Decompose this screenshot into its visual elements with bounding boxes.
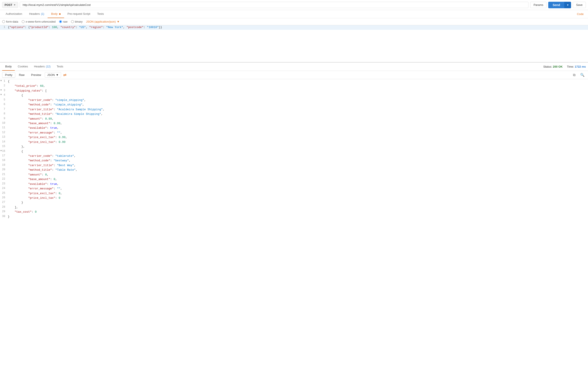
send-button-group: Send ▼: [548, 2, 571, 8]
resp-line-num-22: 22: [0, 177, 8, 181]
resp-line-num-27: 27: [0, 200, 8, 205]
resp-line-content-16: {: [8, 149, 588, 154]
resp-line-num-15: 15: [0, 144, 8, 149]
resp-line-29: 29 "tax_cost": 0: [0, 210, 588, 214]
binary-option[interactable]: binary: [71, 20, 83, 23]
format-chevron-icon: ▼: [56, 73, 59, 77]
body-dot: [59, 13, 61, 15]
resp-line-3: ▼3 "shipping_rates": [: [0, 89, 588, 93]
resp-line-20: 20 "method_title": "Table Rate",: [0, 168, 588, 172]
urlencoded-option[interactable]: x-www-form-urlencoded: [22, 20, 56, 23]
resp-line-15: 15 },: [0, 144, 588, 149]
params-button[interactable]: Params: [530, 2, 546, 8]
fold-arrow-1[interactable]: ▼: [0, 79, 2, 83]
request-code-editor[interactable]: 1 {"options": {"productId": 100, "countr…: [0, 25, 588, 62]
resp-line-content-1: {: [8, 79, 588, 84]
wrap-icon[interactable]: ⇌: [63, 73, 66, 77]
resp-line-num-4: ▼4: [0, 93, 8, 97]
resp-line-11: 11 "available": true,: [0, 126, 588, 130]
fold-arrow-16[interactable]: ▼: [0, 149, 2, 153]
resp-line-num-12: 12: [0, 131, 8, 135]
headers-badge: (1): [41, 12, 44, 15]
json-type-dropdown[interactable]: JSON (application/json) ▼: [86, 20, 120, 23]
form-data-option[interactable]: form-data: [2, 20, 18, 23]
resp-line-content-19: "carrier_title": "Best Way",: [8, 163, 588, 168]
resp-line-num-18: 18: [0, 158, 8, 163]
resp-line-27: 27 }: [0, 200, 588, 205]
resp-tab-headers[interactable]: Headers (12): [31, 63, 54, 71]
url-input[interactable]: [20, 2, 528, 8]
tab-headers[interactable]: Headers (1): [26, 10, 48, 18]
pretty-view-button[interactable]: Pretty: [2, 72, 15, 78]
response-header: Body Cookies Headers (12) Tests Status: …: [0, 63, 588, 71]
resp-tab-body[interactable]: Body: [2, 63, 15, 71]
json-type-label: JSON (application/json): [86, 20, 116, 23]
tab-tests[interactable]: Tests: [94, 10, 107, 18]
response-section: Body Cookies Headers (12) Tests Status: …: [0, 62, 588, 219]
resp-line-content-13: "price_excl_tax": 0.99,: [8, 135, 588, 140]
resp-headers-badge: (12): [46, 65, 50, 68]
tab-body[interactable]: Body: [48, 10, 64, 18]
save-button[interactable]: Save: [573, 2, 586, 8]
fold-arrow-4[interactable]: ▼: [0, 93, 2, 97]
resp-tab-cookies[interactable]: Cookies: [15, 63, 31, 71]
resp-line-num-28: 28: [0, 205, 8, 209]
resp-line-1: ▼1 {: [0, 79, 588, 84]
req-line-content-1: {"options": {"productId": 100, "country"…: [8, 25, 588, 30]
json-chevron-icon: ▼: [117, 20, 120, 23]
resp-line-26: 26 "price_incl_tax": 0: [0, 196, 588, 200]
resp-line-17: 17 "carrier_code": "tablerate",: [0, 154, 588, 158]
resp-line-num-3: ▼3: [0, 89, 8, 93]
resp-line-num-25: 25: [0, 191, 8, 196]
format-dropdown[interactable]: JSON ▼: [45, 72, 61, 78]
resp-line-num-21: 21: [0, 172, 8, 177]
resp-line-22: 22 "base_amount": 0,: [0, 177, 588, 181]
send-button[interactable]: Send: [548, 2, 564, 8]
time-label: Time: 1722 ms: [567, 65, 586, 68]
search-button[interactable]: 🔍: [579, 72, 586, 77]
resp-line-7: 7 "carrier_title": "Acaldeira Sample Shi…: [0, 107, 588, 112]
resp-line-content-29: "tax_cost": 0: [8, 210, 588, 214]
resp-line-num-16: ▼16: [0, 149, 8, 154]
resp-line-num-13: 13: [0, 135, 8, 139]
resp-line-18: 18 "method_code": "bestway",: [0, 158, 588, 163]
resp-line-num-20: 20: [0, 168, 8, 172]
time-value: 1722 ms: [575, 65, 586, 68]
resp-line-25: 25 "price_excl_tax": 0,: [0, 191, 588, 196]
send-dropdown-button[interactable]: ▼: [564, 2, 571, 8]
resp-line-content-15: },: [8, 144, 588, 149]
resp-line-num-11: 11: [0, 126, 8, 130]
resp-line-num-19: 19: [0, 163, 8, 167]
resp-line-num-14: 14: [0, 140, 8, 144]
response-tools-right: ⧉ 🔍: [572, 72, 586, 77]
resp-line-content-4: {: [8, 93, 588, 98]
resp-line-content-26: "price_incl_tax": 0: [8, 196, 588, 200]
resp-line-num-24: 24: [0, 186, 8, 191]
format-label: JSON: [47, 73, 55, 77]
resp-line-content-25: "price_excl_tax": 0,: [8, 191, 588, 196]
resp-tab-tests[interactable]: Tests: [54, 63, 66, 71]
copy-button[interactable]: ⧉: [572, 73, 577, 77]
fold-arrow-3[interactable]: ▼: [0, 89, 2, 92]
code-link[interactable]: Code: [575, 10, 586, 18]
resp-line-num-8: 8: [0, 112, 8, 116]
resp-line-6: 6 "method_code": "simple_shipping",: [0, 102, 588, 107]
tab-prerequest[interactable]: Pre-request Script: [64, 10, 94, 18]
resp-line-8: 8 "method_title": "Acaldeira Simple Ship…: [0, 112, 588, 116]
resp-line-content-27: }: [8, 200, 588, 205]
resp-line-28: 28 ],: [0, 205, 588, 210]
preview-view-button[interactable]: Preview: [28, 72, 44, 78]
method-label: POST: [4, 3, 12, 6]
resp-line-content-28: ],: [8, 205, 588, 210]
resp-line-num-26: 26: [0, 196, 8, 200]
resp-line-content-23: "available": true,: [8, 182, 588, 186]
raw-option[interactable]: raw: [59, 20, 68, 23]
resp-line-content-22: "base_amount": 0,: [8, 177, 588, 181]
raw-view-button[interactable]: Raw: [16, 72, 27, 78]
resp-line-content-17: "carrier_code": "tablerate",: [8, 154, 588, 158]
resp-line-23: 23 "available": true,: [0, 182, 588, 186]
resp-line-num-30: 30: [0, 214, 8, 219]
tab-authorization[interactable]: Authorization: [2, 10, 26, 18]
resp-line-content-2: "total_price": 60,: [8, 84, 588, 88]
method-dropdown[interactable]: POST ▼: [2, 2, 18, 8]
